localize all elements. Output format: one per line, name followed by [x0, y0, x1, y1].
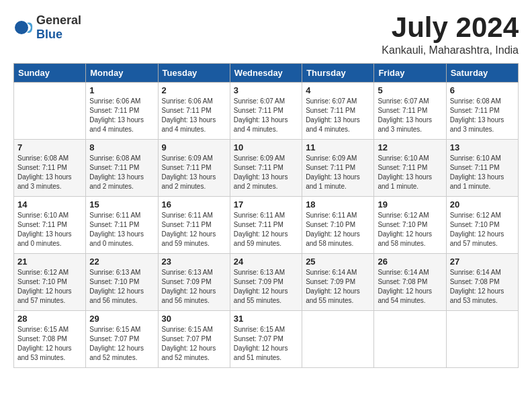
day-number: 27: [450, 257, 515, 267]
day-number: 15: [89, 199, 154, 210]
calendar-cell: 22Sunrise: 6:13 AM Sunset: 7:10 PM Dayli…: [86, 254, 158, 311]
day-info: Sunrise: 6:15 AM Sunset: 7:07 PM Dayligh…: [162, 325, 226, 363]
day-number: 4: [306, 85, 370, 95]
calendar-cell: [302, 311, 374, 368]
calendar-table: SundayMondayTuesdayWednesdayThursdayFrid…: [13, 63, 519, 368]
calendar-cell: 14Sunrise: 6:10 AM Sunset: 7:11 PM Dayli…: [14, 197, 86, 254]
calendar-week-2: 7Sunrise: 6:08 AM Sunset: 7:11 PM Daylig…: [14, 140, 519, 197]
day-number: 10: [234, 142, 298, 152]
calendar-cell: 8Sunrise: 6:08 AM Sunset: 7:11 PM Daylig…: [86, 140, 158, 197]
calendar-cell: [14, 83, 86, 140]
calendar-cell: 29Sunrise: 6:15 AM Sunset: 7:07 PM Dayli…: [86, 311, 158, 368]
day-info: Sunrise: 6:08 AM Sunset: 7:11 PM Dayligh…: [89, 154, 154, 191]
calendar-cell: 16Sunrise: 6:11 AM Sunset: 7:11 PM Dayli…: [158, 197, 230, 254]
calendar-week-3: 14Sunrise: 6:10 AM Sunset: 7:11 PM Dayli…: [14, 197, 519, 254]
header-sunday: Sunday: [14, 64, 86, 83]
calendar-cell: 26Sunrise: 6:14 AM Sunset: 7:08 PM Dayli…: [374, 254, 446, 311]
logo: General Blue: [13, 13, 81, 42]
day-info: Sunrise: 6:14 AM Sunset: 7:09 PM Dayligh…: [306, 268, 370, 306]
calendar-cell: 6Sunrise: 6:08 AM Sunset: 7:11 PM Daylig…: [446, 83, 518, 140]
day-info: Sunrise: 6:14 AM Sunset: 7:08 PM Dayligh…: [450, 268, 515, 306]
day-info: Sunrise: 6:11 AM Sunset: 7:11 PM Dayligh…: [234, 211, 298, 248]
svg-point-0: [15, 21, 28, 34]
day-number: 31: [234, 314, 298, 324]
day-number: 28: [17, 314, 82, 324]
header-friday: Friday: [374, 64, 446, 83]
day-number: 13: [450, 142, 515, 152]
day-number: 3: [234, 85, 298, 95]
calendar-cell: 12Sunrise: 6:10 AM Sunset: 7:11 PM Dayli…: [374, 140, 446, 197]
header-monday: Monday: [86, 64, 158, 83]
calendar-cell: 9Sunrise: 6:09 AM Sunset: 7:11 PM Daylig…: [158, 140, 230, 197]
calendar-week-5: 28Sunrise: 6:15 AM Sunset: 7:08 PM Dayli…: [14, 311, 519, 368]
day-number: 23: [162, 257, 226, 267]
calendar-cell: 11Sunrise: 6:09 AM Sunset: 7:11 PM Dayli…: [302, 140, 374, 197]
day-number: 26: [378, 257, 442, 267]
calendar-week-4: 21Sunrise: 6:12 AM Sunset: 7:10 PM Dayli…: [14, 254, 519, 311]
month-title: July 2024: [382, 13, 519, 42]
header-thursday: Thursday: [302, 64, 374, 83]
day-info: Sunrise: 6:10 AM Sunset: 7:11 PM Dayligh…: [450, 154, 515, 191]
calendar-cell: 31Sunrise: 6:15 AM Sunset: 7:07 PM Dayli…: [230, 311, 302, 368]
day-info: Sunrise: 6:10 AM Sunset: 7:11 PM Dayligh…: [17, 211, 82, 248]
calendar-cell: 10Sunrise: 6:09 AM Sunset: 7:11 PM Dayli…: [230, 140, 302, 197]
day-number: 2: [162, 85, 226, 95]
calendar-cell: 4Sunrise: 6:07 AM Sunset: 7:11 PM Daylig…: [302, 83, 374, 140]
calendar-cell: 27Sunrise: 6:14 AM Sunset: 7:08 PM Dayli…: [446, 254, 518, 311]
day-info: Sunrise: 6:15 AM Sunset: 7:07 PM Dayligh…: [89, 325, 154, 363]
page-header: General Blue July 2024 Kankauli, Maharas…: [13, 13, 519, 56]
calendar-cell: 24Sunrise: 6:13 AM Sunset: 7:09 PM Dayli…: [230, 254, 302, 311]
day-number: 12: [378, 142, 442, 152]
day-info: Sunrise: 6:15 AM Sunset: 7:08 PM Dayligh…: [17, 325, 82, 363]
calendar-cell: 30Sunrise: 6:15 AM Sunset: 7:07 PM Dayli…: [158, 311, 230, 368]
calendar-cell: 3Sunrise: 6:07 AM Sunset: 7:11 PM Daylig…: [230, 83, 302, 140]
calendar-cell: 5Sunrise: 6:07 AM Sunset: 7:11 PM Daylig…: [374, 83, 446, 140]
day-info: Sunrise: 6:12 AM Sunset: 7:10 PM Dayligh…: [450, 211, 515, 248]
day-info: Sunrise: 6:13 AM Sunset: 7:10 PM Dayligh…: [89, 268, 154, 306]
day-info: Sunrise: 6:10 AM Sunset: 7:11 PM Dayligh…: [378, 154, 442, 191]
day-number: 30: [162, 314, 226, 324]
calendar-cell: 28Sunrise: 6:15 AM Sunset: 7:08 PM Dayli…: [14, 311, 86, 368]
day-info: Sunrise: 6:07 AM Sunset: 7:11 PM Dayligh…: [306, 97, 370, 134]
calendar-week-1: 1Sunrise: 6:06 AM Sunset: 7:11 PM Daylig…: [14, 83, 519, 140]
calendar-cell: 17Sunrise: 6:11 AM Sunset: 7:11 PM Dayli…: [230, 197, 302, 254]
header-tuesday: Tuesday: [158, 64, 230, 83]
day-info: Sunrise: 6:09 AM Sunset: 7:11 PM Dayligh…: [162, 154, 226, 191]
day-info: Sunrise: 6:07 AM Sunset: 7:11 PM Dayligh…: [234, 97, 298, 134]
day-number: 6: [450, 85, 515, 95]
day-info: Sunrise: 6:06 AM Sunset: 7:11 PM Dayligh…: [162, 97, 226, 134]
calendar-cell: 25Sunrise: 6:14 AM Sunset: 7:09 PM Dayli…: [302, 254, 374, 311]
header-saturday: Saturday: [446, 64, 518, 83]
logo-text: General Blue: [36, 13, 81, 42]
day-number: 14: [17, 199, 82, 210]
day-number: 24: [234, 257, 298, 267]
calendar-cell: [446, 311, 518, 368]
day-number: 1: [89, 85, 154, 95]
calendar-cell: 13Sunrise: 6:10 AM Sunset: 7:11 PM Dayli…: [446, 140, 518, 197]
calendar-cell: 21Sunrise: 6:12 AM Sunset: 7:10 PM Dayli…: [14, 254, 86, 311]
day-info: Sunrise: 6:09 AM Sunset: 7:11 PM Dayligh…: [234, 154, 298, 191]
day-info: Sunrise: 6:13 AM Sunset: 7:09 PM Dayligh…: [162, 268, 226, 306]
day-number: 22: [89, 257, 154, 267]
day-info: Sunrise: 6:09 AM Sunset: 7:11 PM Dayligh…: [306, 154, 370, 191]
day-number: 21: [17, 257, 82, 267]
day-info: Sunrise: 6:15 AM Sunset: 7:07 PM Dayligh…: [234, 325, 298, 363]
logo-blue: Blue: [36, 28, 81, 42]
calendar-cell: 15Sunrise: 6:11 AM Sunset: 7:11 PM Dayli…: [86, 197, 158, 254]
calendar-cell: 23Sunrise: 6:13 AM Sunset: 7:09 PM Dayli…: [158, 254, 230, 311]
calendar-cell: 2Sunrise: 6:06 AM Sunset: 7:11 PM Daylig…: [158, 83, 230, 140]
day-info: Sunrise: 6:11 AM Sunset: 7:11 PM Dayligh…: [89, 211, 154, 248]
calendar-cell: 18Sunrise: 6:11 AM Sunset: 7:10 PM Dayli…: [302, 197, 374, 254]
day-number: 18: [306, 199, 370, 210]
day-info: Sunrise: 6:14 AM Sunset: 7:08 PM Dayligh…: [378, 268, 442, 306]
calendar-header-row: SundayMondayTuesdayWednesdayThursdayFrid…: [14, 64, 519, 83]
day-number: 20: [450, 199, 515, 210]
day-info: Sunrise: 6:11 AM Sunset: 7:11 PM Dayligh…: [162, 211, 226, 248]
day-number: 29: [89, 314, 154, 324]
day-info: Sunrise: 6:06 AM Sunset: 7:11 PM Dayligh…: [89, 97, 154, 134]
day-number: 16: [162, 199, 226, 210]
title-block: July 2024 Kankauli, Maharashtra, India: [382, 13, 519, 56]
day-info: Sunrise: 6:12 AM Sunset: 7:10 PM Dayligh…: [17, 268, 82, 306]
day-number: 17: [234, 199, 298, 210]
logo-icon: [13, 17, 34, 38]
